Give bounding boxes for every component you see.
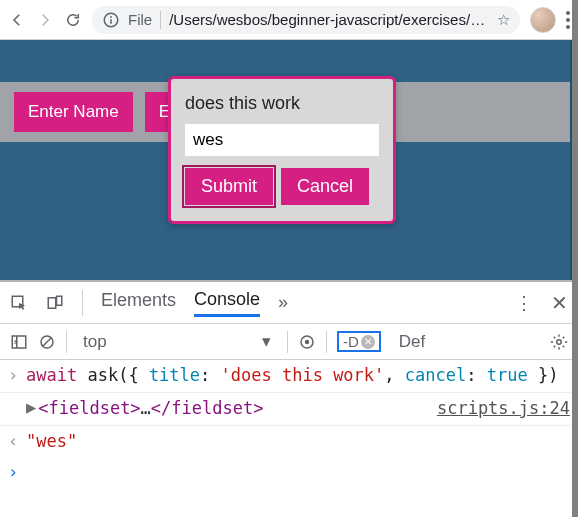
console-output: › await ask({ title: 'does this work', c… (0, 360, 578, 517)
console-code[interactable]: await ask({ title: 'does this work', can… (26, 364, 570, 388)
browser-toolbar: File /Users/wesbos/beginner-javascript/e… (0, 0, 578, 40)
devtools-panel: Elements Console » ⋮ ✕ top ▾ -D ✕ Def › … (0, 280, 578, 517)
popup-title: does this work (185, 93, 379, 114)
more-tabs-icon[interactable]: » (278, 292, 288, 313)
devtools-close-icon[interactable]: ✕ (551, 291, 568, 315)
back-button[interactable] (8, 11, 26, 29)
svg-line-9 (43, 337, 52, 346)
popup-input[interactable] (185, 124, 379, 156)
clear-filter-icon[interactable]: ✕ (361, 335, 375, 349)
svg-point-12 (557, 339, 562, 344)
live-expression-icon[interactable] (298, 333, 316, 351)
chevron-down-icon: ▾ (262, 331, 271, 352)
console-filter-input[interactable]: -D ✕ (337, 331, 381, 352)
console-settings-icon[interactable] (550, 333, 568, 351)
expand-triangle-icon[interactable]: ▶ (26, 396, 36, 420)
console-prompt[interactable]: › (0, 457, 578, 489)
popup-actions: Submit Cancel (185, 168, 379, 205)
devtools-kebab-icon[interactable]: ⋮ (515, 292, 533, 314)
console-toolbar: top ▾ -D ✕ Def (0, 324, 578, 360)
prompt-popup: does this work Submit Cancel (168, 76, 396, 224)
svg-rect-4 (48, 297, 56, 308)
prompt-chevron-icon: › (8, 364, 26, 388)
window-right-edge (572, 0, 578, 517)
url-scheme: File (128, 11, 152, 28)
url-separator (160, 11, 161, 29)
divider (287, 331, 288, 353)
execution-context-select[interactable]: top ▾ (77, 329, 277, 354)
svg-rect-5 (57, 296, 62, 305)
source-link[interactable]: scripts.js:24 (417, 397, 570, 421)
context-label: top (83, 332, 107, 352)
browser-menu-icon[interactable] (566, 11, 570, 29)
inspect-element-icon[interactable] (10, 294, 28, 312)
divider (82, 290, 83, 316)
svg-rect-6 (12, 336, 26, 348)
clear-console-icon[interactable] (38, 333, 56, 351)
divider (326, 331, 327, 353)
svg-point-1 (110, 16, 112, 18)
enter-name-button[interactable]: Enter Name (14, 92, 133, 132)
forward-button[interactable] (36, 11, 54, 29)
filter-text: -D (343, 333, 359, 350)
console-sidebar-toggle-icon[interactable] (10, 333, 28, 351)
tab-console[interactable]: Console (194, 289, 260, 317)
console-log-line: ▶<fieldset>…</fieldset> scripts.js:24 (0, 393, 578, 426)
device-toolbar-icon[interactable] (46, 294, 64, 312)
prompt-chevron-icon: › (8, 461, 26, 485)
console-input-line: › await ask({ title: 'does this work', c… (0, 360, 578, 393)
tab-elements[interactable]: Elements (101, 290, 176, 315)
console-return-line: ‹ "wes" (0, 426, 578, 458)
info-icon (102, 11, 120, 29)
log-levels-select[interactable]: Def (399, 332, 425, 352)
url-path: /Users/wesbos/beginner-javascript/exerci… (169, 11, 489, 28)
divider (66, 331, 67, 353)
return-chevron-icon: ‹ (8, 430, 26, 454)
address-bar[interactable]: File /Users/wesbos/beginner-javascript/e… (92, 6, 520, 34)
bookmark-star-icon[interactable]: ☆ (497, 11, 510, 29)
svg-rect-2 (110, 19, 112, 24)
page-content: Enter Name En does this work Submit Canc… (0, 40, 578, 280)
console-return-value[interactable]: "wes" (26, 430, 570, 454)
reload-button[interactable] (64, 11, 82, 29)
devtools-tab-strip: Elements Console » ⋮ ✕ (0, 282, 578, 324)
submit-button[interactable]: Submit (185, 168, 273, 205)
cancel-button[interactable]: Cancel (281, 168, 369, 205)
svg-point-11 (305, 339, 310, 344)
profile-avatar[interactable] (530, 7, 556, 33)
